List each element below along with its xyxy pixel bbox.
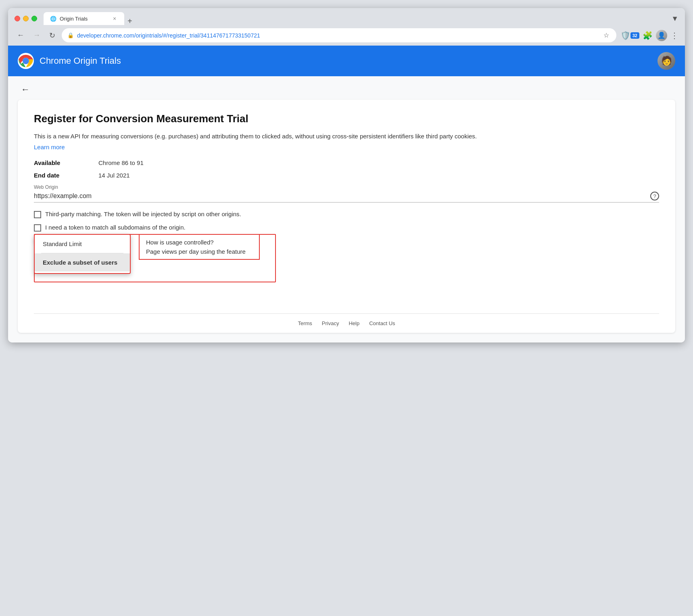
page-content: ← Register for Conversion Measurement Tr…	[8, 76, 685, 342]
usage-dropdown-popup: Standard Limit Exclude a subset of users	[34, 234, 131, 274]
privacy-link[interactable]: Privacy	[322, 320, 339, 326]
subdomain-label: I need a token to match all subdomains o…	[45, 224, 186, 231]
active-tab[interactable]: 🌐 Origin Trials ×	[44, 12, 124, 25]
main-card: Register for Conversion Measurement Tria…	[18, 100, 675, 333]
address-bar-input[interactable]: 🔒 developer.chrome.com/origintrials/#/re…	[62, 28, 616, 42]
available-value: Chrome 86 to 91	[98, 159, 144, 166]
back-navigation-button[interactable]: ←	[15, 29, 27, 41]
close-window-button[interactable]	[15, 16, 20, 21]
dropdown-option-exclude[interactable]: Exclude a subset of users	[35, 253, 130, 271]
app-header-left: Chrome Origin Trials	[18, 53, 121, 69]
extension-badge[interactable]: 32	[630, 32, 639, 39]
learn-more-link[interactable]: Learn more	[34, 144, 65, 150]
app-header: Chrome Origin Trials 🧑	[8, 46, 685, 76]
checkbox-subdomain-row: I need a token to match all subdomains o…	[34, 224, 659, 232]
card-title: Register for Conversion Measurement Tria…	[34, 113, 659, 125]
available-label: Available	[34, 159, 98, 166]
tab-bar: 🌐 Origin Trials × +	[44, 12, 667, 25]
usage-section: Usage limit Standard Limit Exclude a sub…	[34, 238, 659, 313]
extension-puzzle-icon: 🛡️	[620, 31, 630, 40]
header-user-avatar[interactable]: 🧑	[658, 52, 675, 70]
terms-link[interactable]: Terms	[298, 320, 312, 326]
tab-close-button[interactable]: ×	[111, 15, 118, 22]
address-bar: ← → ↻ 🔒 developer.chrome.com/origintrial…	[8, 25, 685, 46]
reload-button[interactable]: ↻	[47, 29, 58, 42]
end-date-row: End date 14 Jul 2021	[34, 172, 659, 179]
extension-area: 🛡️ 32	[620, 31, 639, 40]
svg-point-2	[23, 58, 28, 63]
page-views-label: Page views per day using the feature	[146, 248, 253, 255]
minimize-window-button[interactable]	[23, 16, 29, 21]
end-date-label: End date	[34, 172, 98, 179]
browser-window: 🌐 Origin Trials × + ▼ ← → ↻ 🔒 developer.…	[8, 8, 685, 342]
puzzle-icon[interactable]: 🧩	[643, 31, 653, 40]
how-usage-controlled-label: How is usage controlled?	[146, 239, 253, 246]
web-origin-help-icon[interactable]: ?	[650, 192, 659, 200]
new-tab-button[interactable]: +	[124, 17, 136, 25]
dropdown-option-standard[interactable]: Standard Limit	[35, 235, 130, 253]
chrome-logo-icon	[18, 53, 34, 69]
third-party-label: Third-party matching. The token will be …	[45, 211, 241, 217]
usage-right-panel: How is usage controlled? Page views per …	[139, 234, 260, 260]
profile-avatar[interactable]: 👤	[656, 30, 667, 41]
maximize-window-button[interactable]	[31, 16, 37, 21]
web-origin-input-wrap: ?	[34, 192, 659, 203]
web-origin-label: Web Origin	[34, 184, 659, 190]
title-bar: 🌐 Origin Trials × + ▼	[8, 8, 685, 25]
card-description: This is a new API for measuring conversi…	[34, 132, 659, 141]
bookmark-icon[interactable]: ☆	[602, 31, 611, 40]
web-origin-group: Web Origin ?	[34, 184, 659, 203]
browser-menu-icon[interactable]: ▼	[671, 15, 678, 23]
end-date-value: 14 Jul 2021	[98, 172, 130, 179]
subdomain-checkbox[interactable]	[34, 224, 41, 232]
help-link[interactable]: Help	[349, 320, 359, 326]
tab-favicon: 🌐	[50, 15, 56, 22]
lock-icon: 🔒	[67, 32, 74, 38]
third-party-checkbox[interactable]	[34, 211, 41, 218]
checkbox-third-party-row: Third-party matching. The token will be …	[34, 211, 659, 218]
back-button[interactable]: ←	[18, 83, 33, 96]
address-text: developer.chrome.com/origintrials/#/regi…	[77, 32, 599, 39]
footer: Terms Privacy Help Contact Us	[34, 313, 659, 333]
traffic-lights	[15, 16, 37, 21]
app-title: Chrome Origin Trials	[40, 56, 121, 66]
available-row: Available Chrome 86 to 91	[34, 159, 659, 166]
tab-title: Origin Trials	[60, 16, 88, 22]
browser-more-menu[interactable]: ⋮	[670, 31, 678, 40]
forward-navigation-button: →	[31, 29, 43, 41]
contact-link[interactable]: Contact Us	[369, 320, 395, 326]
globe-icon: 🌐	[50, 16, 56, 22]
web-origin-input[interactable]	[34, 192, 650, 200]
